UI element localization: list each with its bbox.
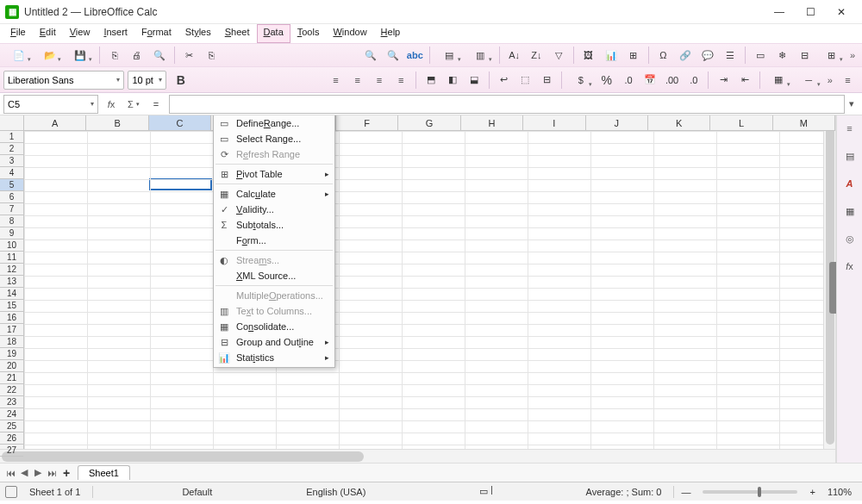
row-header[interactable]: 18 xyxy=(0,336,23,348)
find-button[interactable]: 🔍 xyxy=(360,45,381,65)
menu-item-group-outline[interactable]: ⊟Group and Outline▸ xyxy=(214,334,334,350)
row-header[interactable]: 24 xyxy=(0,408,23,420)
comment-button[interactable]: 💬 xyxy=(697,45,718,65)
border-style-button[interactable]: ─ xyxy=(795,70,823,90)
decrease-indent-button[interactable]: ⇤ xyxy=(735,70,755,90)
toolbar-overflow[interactable]: » xyxy=(846,50,859,60)
spellcheck-button[interactable]: abc xyxy=(404,45,425,65)
horizontal-scrollbar[interactable] xyxy=(0,449,835,463)
currency-button[interactable]: $ xyxy=(566,70,595,90)
name-box[interactable]: C5 ▾ xyxy=(3,95,98,114)
row-header[interactable]: 16 xyxy=(0,312,23,324)
column-header[interactable]: I xyxy=(523,115,585,130)
sidebar-gallery-button[interactable]: ▦ xyxy=(840,202,859,221)
row-headers[interactable]: 1234567891011121314151617181920212223242… xyxy=(0,131,24,449)
print-preview-button[interactable]: 🔍 xyxy=(149,45,170,65)
menu-item-define-range[interactable]: ▭Define Range... xyxy=(214,115,334,131)
status-language[interactable]: English (USA) xyxy=(301,487,371,497)
font-size-combo[interactable]: 10 pt▾ xyxy=(128,71,166,90)
tab-last-button[interactable]: ⏭ xyxy=(45,468,59,478)
percent-button[interactable]: % xyxy=(597,70,616,90)
open-button[interactable]: 📂 xyxy=(35,45,65,65)
sidebar-toggle-button[interactable]: ≡ xyxy=(838,70,858,90)
menu-tools[interactable]: Tools xyxy=(290,24,327,43)
date-button[interactable]: 📅 xyxy=(640,70,660,90)
window-split-button[interactable]: ⊞ xyxy=(816,45,846,65)
row-header[interactable]: 6 xyxy=(0,191,23,203)
zoom-slider-knob[interactable] xyxy=(758,487,761,497)
function-wizard-button[interactable]: fx xyxy=(102,95,121,114)
menu-insert[interactable]: Insert xyxy=(97,24,134,43)
export-pdf-button[interactable]: ⎘ xyxy=(104,45,125,65)
sidebar-properties-button[interactable]: ▤ xyxy=(840,146,859,165)
column-headers[interactable]: ABCDEFGHIJKLM xyxy=(24,115,835,131)
column-header[interactable]: B xyxy=(86,115,148,130)
column-header[interactable]: L xyxy=(710,115,772,130)
menu-view[interactable]: View xyxy=(63,24,97,43)
scrollbar-thumb[interactable] xyxy=(2,451,364,462)
column-header[interactable]: H xyxy=(461,115,523,130)
status-page-style[interactable]: Default xyxy=(177,487,217,497)
menu-item-calculate[interactable]: ▦Calculate▸ xyxy=(214,186,334,202)
headers-footers-button[interactable]: ☰ xyxy=(720,45,740,65)
row-header[interactable]: 10 xyxy=(0,240,23,252)
column-header[interactable]: K xyxy=(648,115,710,130)
menu-item-form[interactable]: Form... xyxy=(214,233,334,248)
sum-button[interactable]: Σ ▾ xyxy=(124,95,143,114)
column-header[interactable]: F xyxy=(336,115,398,130)
column-header[interactable]: M xyxy=(773,115,835,130)
row-header[interactable]: 27 xyxy=(0,445,23,457)
row-header[interactable]: 21 xyxy=(0,372,23,384)
menu-format[interactable]: Format xyxy=(134,24,178,43)
menu-item-statistics[interactable]: 📊Statistics▸ xyxy=(214,350,334,365)
add-sheet-button[interactable]: + xyxy=(59,466,74,480)
row-header[interactable]: 1 xyxy=(0,131,23,143)
align-right-button[interactable]: ≡ xyxy=(369,70,389,90)
align-top-button[interactable]: ⬒ xyxy=(421,70,440,90)
row-header[interactable]: 14 xyxy=(0,288,23,300)
new-button[interactable]: 📄 xyxy=(4,45,34,65)
row-header[interactable]: 17 xyxy=(0,324,23,336)
row-header[interactable]: 20 xyxy=(0,360,23,372)
hyperlink-button[interactable]: 🔗 xyxy=(675,45,696,65)
row-header[interactable]: 3 xyxy=(0,155,23,167)
formula-button[interactable]: = xyxy=(147,95,166,114)
align-justify-button[interactable]: ≡ xyxy=(391,70,411,90)
sort-asc-button[interactable]: A↓ xyxy=(504,45,525,65)
remove-decimal-button[interactable]: .0 xyxy=(684,70,703,90)
toolbar-overflow[interactable]: » xyxy=(824,75,836,85)
add-decimal-button[interactable]: .00 xyxy=(662,70,682,90)
row-header[interactable]: 12 xyxy=(0,264,23,276)
define-print-area-button[interactable]: ▭ xyxy=(750,45,771,65)
menu-item-validity[interactable]: ✓Validity... xyxy=(214,202,334,217)
copy-button[interactable]: ⎘ xyxy=(201,45,222,65)
select-all-corner[interactable] xyxy=(0,115,24,131)
cells-area[interactable] xyxy=(24,131,835,449)
row-button[interactable]: ▤ xyxy=(434,45,464,65)
merge-cells-button[interactable]: ⬚ xyxy=(515,70,535,90)
bold-button[interactable]: B xyxy=(171,70,191,90)
borders-button[interactable]: ▦ xyxy=(765,70,793,90)
save-status-icon[interactable] xyxy=(5,486,17,498)
sidebar-navigator-button[interactable]: ◎ xyxy=(840,229,859,248)
sort-desc-button[interactable]: Z↓ xyxy=(526,45,547,65)
menu-edit[interactable]: Edit xyxy=(33,24,63,43)
row-header[interactable]: 2 xyxy=(0,143,23,155)
status-summary[interactable]: Average: ; Sum: 0 xyxy=(581,487,667,497)
sidebar-functions-button[interactable]: fx xyxy=(840,257,859,276)
maximize-button[interactable]: ☐ xyxy=(795,2,826,22)
menu-window[interactable]: Window xyxy=(326,24,373,43)
formula-input[interactable] xyxy=(169,95,845,114)
row-header[interactable]: 9 xyxy=(0,227,23,240)
cut-button[interactable]: ✂ xyxy=(179,45,200,65)
row-header[interactable]: 15 xyxy=(0,300,23,312)
menu-item-consolidate[interactable]: ▦Consolidate... xyxy=(214,319,334,334)
tab-next-button[interactable]: ▶ xyxy=(31,467,45,478)
unmerge-cells-button[interactable]: ⊟ xyxy=(537,70,557,90)
column-header[interactable]: J xyxy=(586,115,648,130)
menu-styles[interactable]: Styles xyxy=(178,24,218,43)
menu-item-subtotals[interactable]: ΣSubtotals... xyxy=(214,217,334,233)
find-replace-button[interactable]: 🔍 xyxy=(383,45,403,65)
column-header[interactable]: C xyxy=(149,115,211,130)
increase-indent-button[interactable]: ⇥ xyxy=(713,70,733,90)
